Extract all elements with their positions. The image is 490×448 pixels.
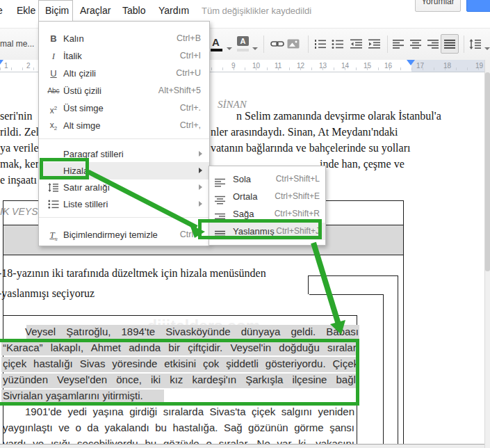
align-justify-icon[interactable] (444, 39, 456, 51)
menu-item-italik[interactable]: I İtalik Ctrl+I (39, 47, 209, 65)
insert-link-icon[interactable] (270, 39, 284, 51)
save-status: Tüm değişiklikler kaydedildi (202, 6, 311, 16)
nested-table-border (308, 275, 309, 294)
menu-item-bicimlendirmeyi-temizle[interactable]: Tx Biçimlendirmeyi temizle Ctrl+\ (39, 226, 209, 243)
decrease-indent-icon[interactable] (350, 39, 363, 51)
page-bottom-edge (0, 444, 484, 448)
ruler-number: 15 (364, 62, 371, 70)
numbered-list-icon[interactable] (314, 39, 327, 51)
submenu-item-sola[interactable]: Sola Ctrl+Shift+L (209, 170, 325, 188)
nested-table-border (398, 275, 398, 444)
table-border (403, 200, 404, 444)
nested-table-border (308, 275, 398, 276)
document-line[interactable]: rildi. Zel (0, 126, 39, 138)
scrollbar-thumb[interactable] (485, 72, 490, 271)
document-line[interactable]: mak, ker (0, 158, 39, 170)
align-right-icon[interactable] (427, 39, 439, 51)
menu-item-ekle[interactable]: Ekle (17, 5, 35, 16)
ruler-number: 11 (275, 62, 281, 70)
increase-indent-icon[interactable] (368, 39, 381, 51)
document-line[interactable]: ya verile (0, 142, 39, 154)
menu-item-kalin[interactable]: B Kalın Ctrl+B (39, 30, 209, 47)
right-indent-marker[interactable] (407, 60, 415, 65)
document-line[interactable]: e inşaatı (0, 174, 37, 186)
list-styles-icon (46, 195, 61, 213)
document-line[interactable]: vatanın bağlarında ve bahçelerinde su yo… (211, 142, 410, 154)
annotation-box-paragraph (0, 339, 359, 406)
align-center-icon[interactable] (410, 39, 422, 51)
ruler-number: 9 (231, 62, 236, 70)
nested-table-border (383, 294, 384, 444)
submenu-caret-icon (199, 201, 202, 207)
strikethrough-icon: Abc (46, 82, 61, 99)
document-line[interactable]: inde han, çeşme ve (320, 158, 405, 170)
sinan-title[interactable]: SİNAN (218, 99, 247, 111)
highlight-arrow-icon[interactable] (252, 47, 258, 50)
share-button[interactable] (466, 0, 490, 12)
left-indent-marker[interactable] (0, 60, 3, 65)
toolbar-separator (464, 35, 464, 53)
highlight-color-icon[interactable]: A (237, 36, 249, 46)
ruler-number: 14 (341, 62, 349, 70)
menu-item-bicim-open[interactable]: Biçim (38, 0, 73, 21)
ruler-number: 10 (252, 62, 260, 70)
google-docs-window: dijitalders.com SİNAN seri'nin n Selim z… (0, 0, 490, 448)
text-color-icon[interactable]: A (212, 36, 220, 48)
ruler-number: 17 (416, 62, 424, 70)
line-spacing-arrow-icon[interactable] (484, 47, 490, 50)
document-line[interactable]: Veysel Şatıroğlu, 1894'te Sivasköyünde d… (3, 326, 359, 340)
menu-separator (39, 217, 209, 218)
menu-item-liste-stilleri[interactable]: Liste stilleri (39, 195, 209, 213)
table-border (3, 255, 403, 255)
ruler-number: 19 (475, 62, 483, 70)
submenu-caret-icon (199, 151, 202, 157)
submenu-caret-icon (199, 184, 202, 190)
document-line[interactable]: yaygınlaştı ve o da yakalandı bu hastalı… (3, 422, 354, 436)
paragraph-styles-dropdown[interactable]: mal me... (0, 39, 34, 49)
align-left-icon[interactable] (393, 39, 405, 51)
text-color-arrow-icon[interactable] (227, 47, 232, 50)
insert-image-icon[interactable] (287, 39, 300, 51)
menu-item-tablo[interactable]: Tablo (122, 5, 145, 16)
instruction-line[interactable]: -18-yazının iki tarafınıda düzeltmek içi… (0, 267, 266, 280)
line-spacing-icon[interactable] (469, 39, 482, 52)
submenu-caret-icon (199, 168, 202, 173)
bulleted-list-icon[interactable] (332, 39, 344, 51)
menu-item-ustu-cizili[interactable]: Abc Üstü çizili Alt+Shift+5 (39, 82, 209, 99)
ruler-number: 13 (319, 62, 327, 70)
menu-item-cut[interactable]: e (0, 5, 3, 16)
menu-item-ust-simge[interactable]: x2 Üst simge Ctrl+. (39, 99, 209, 117)
nested-table-border (3, 315, 357, 316)
highlight-color-bar (237, 49, 249, 51)
text-color-bar (211, 49, 222, 51)
superscript-icon: x2 (46, 99, 61, 117)
bold-icon: B (46, 30, 61, 47)
menu-item-araclar[interactable]: Araçlar (80, 5, 111, 16)
menu-item-alti-cizili[interactable]: U Altı çizili Ctrl+U (39, 65, 209, 82)
format-menu: B Kalın Ctrl+B I İtalik Ctrl+I U Altı çi… (38, 21, 210, 246)
menu-item-yardim[interactable]: Yardım (158, 5, 189, 16)
toolbar-separator (263, 35, 264, 53)
italic-icon: I (46, 47, 61, 65)
comments-button[interactable]: Yorumlar (415, 0, 461, 12)
nested-table-border (309, 294, 383, 295)
annotation-box-hizala (40, 158, 89, 179)
document-line[interactable]: 1901'de yedi yaşına girdiği sıralarda Si… (3, 406, 354, 420)
document-line[interactable]: n Selim zamanında devşirme olarak İstanb… (236, 110, 441, 122)
toolbar-separator (308, 35, 309, 53)
clear-formatting-icon: Tx (46, 226, 61, 243)
toolbar-separator (387, 35, 388, 53)
instruction-line[interactable]: -yaslanmışı seçiyoruz (0, 287, 95, 300)
menu-separator (39, 138, 209, 139)
ruler-number: 12 (297, 62, 304, 70)
annotation-box-yaslanmis (198, 219, 322, 239)
document-line[interactable]: nler arasındaydı. Sinan, At Meydanı'ndak… (211, 126, 398, 138)
submenu-item-ortala[interactable]: Ortala Ctrl+Shift+E (209, 188, 325, 205)
document-line[interactable]: seri'nin (0, 110, 32, 122)
ruler-number: 1 (4, 62, 8, 70)
line-spacing-icon (46, 179, 61, 196)
underline-icon: U (46, 65, 61, 82)
menu-item-alt-simge[interactable]: x2 Alt simge Ctrl+, (39, 117, 209, 134)
ruler-number: 18 (443, 62, 451, 70)
menu-item-satir-araligi[interactable]: Satır aralığı (39, 179, 209, 196)
